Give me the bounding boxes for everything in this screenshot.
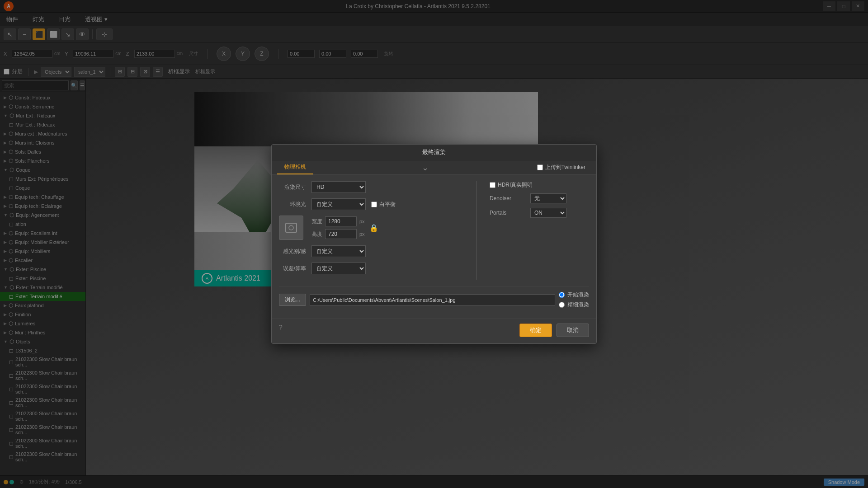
path-row: 浏览... 开始渲染 精细渲染 [279, 286, 589, 309]
cancel-button[interactable]: 取消 [557, 324, 589, 337]
portals-label: Portals [490, 210, 526, 216]
height-row: 高度 px [309, 229, 365, 239]
portals-row: Portals ON [490, 208, 589, 218]
resolution-select[interactable]: HD [311, 181, 366, 193]
modal-tabs: 物理相机 ⌄ 上传到Twinlinker [272, 160, 596, 175]
quality-select[interactable]: 自定义 [311, 245, 366, 257]
width-unit: px [359, 219, 365, 224]
ratio-row: 误差/算率 自定义 [279, 263, 464, 274]
browse-button[interactable]: 浏览... [279, 294, 306, 306]
environment-label: 环境光 [279, 201, 306, 208]
resolution-label: 渲染尺寸 [279, 183, 306, 191]
denoiser-label: Denoiser [490, 195, 526, 202]
width-label: 宽度 [309, 218, 322, 225]
hdri-checkbox[interactable] [490, 182, 495, 188]
modal-divider [476, 181, 477, 280]
path-input[interactable] [310, 294, 555, 306]
ok-button[interactable]: 确定 [519, 324, 552, 337]
hdri-label[interactable]: HDRI真实照明 [490, 181, 533, 189]
white-balance-checkbox[interactable] [371, 202, 377, 207]
size-lock-icon: 🔒 [370, 220, 377, 236]
width-input[interactable] [325, 216, 357, 226]
dimensions-row: 宽度 px 高度 px 🔒 [279, 216, 464, 240]
modal-footer: ? 确定 取消 [272, 319, 596, 343]
modal-title: 最终渲染 [272, 145, 596, 160]
portals-select[interactable]: ON [530, 208, 566, 218]
white-balance-label[interactable]: 白平衡 [371, 201, 396, 208]
height-unit: px [359, 231, 365, 237]
resolution-row: 渲染尺寸 HD [279, 181, 464, 193]
render-modal: 最终渲染 物理相机 ⌄ 上传到Twinlinker 渲染尺寸 [271, 144, 597, 344]
tab-label: 物理相机 [284, 164, 306, 170]
render-type-start-radio[interactable] [559, 292, 565, 298]
denoiser-row: Denoiser 无 [490, 193, 589, 203]
render-type-continue-label: 精细渲染 [567, 301, 589, 309]
twinlinker-checkbox-label[interactable]: 上传到Twinlinker [537, 164, 585, 171]
modal-body: 渲染尺寸 HD 环境光 自定义 白平衡 [272, 175, 596, 319]
environment-select[interactable]: 自定义 [311, 198, 366, 210]
quality-label: 感光别/感 [279, 248, 306, 255]
ratio-select[interactable]: 自定义 [311, 263, 366, 274]
size-inputs: 宽度 px 高度 px [309, 216, 365, 239]
render-type-start[interactable]: 开始渲染 [559, 291, 589, 299]
denoiser-select[interactable]: 无 [530, 193, 566, 203]
height-label: 高度 [309, 230, 322, 238]
footer-spacer [287, 324, 515, 337]
hdri-row: HDRI真实照明 [490, 181, 589, 189]
render-type-group: 开始渲染 精细渲染 [559, 291, 589, 309]
svg-rect-0 [286, 223, 297, 232]
modal-col-left: 渲染尺寸 HD 环境光 自定义 白平衡 [279, 181, 464, 280]
modal-tab-dropdown[interactable]: ⌄ [422, 160, 429, 174]
render-radio-group: 开始渲染 精细渲染 [559, 291, 589, 309]
height-input[interactable] [325, 229, 357, 239]
preview-icon [279, 216, 303, 240]
modal-overlay: 最终渲染 物理相机 ⌄ 上传到Twinlinker 渲染尺寸 [0, 0, 868, 488]
width-row: 宽度 px [309, 216, 365, 226]
ratio-label: 误差/算率 [279, 265, 306, 272]
modal-section-main: 渲染尺寸 HD 环境光 自定义 白平衡 [279, 181, 589, 280]
twinlinker-label: 上传到Twinlinker [545, 164, 585, 171]
render-type-continue-radio[interactable] [559, 302, 565, 308]
quality-row: 感光别/感 自定义 [279, 245, 464, 257]
white-balance-text: 白平衡 [379, 201, 396, 208]
environment-row: 环境光 自定义 白平衡 [279, 198, 464, 210]
help-icon[interactable]: ? [279, 324, 283, 337]
render-type-continue[interactable]: 精细渲染 [559, 301, 589, 309]
hdri-text: HDRI真实照明 [498, 181, 533, 189]
modal-col-right: HDRI真实照明 Denoiser 无 Portals ON [490, 181, 589, 280]
modal-tab-camera[interactable]: 物理相机 [277, 160, 313, 174]
upload-twinlinker-section: 上传到Twinlinker [537, 160, 591, 174]
twinlinker-checkbox[interactable] [537, 164, 543, 170]
render-type-start-label: 开始渲染 [567, 291, 589, 299]
svg-point-1 [289, 225, 293, 230]
